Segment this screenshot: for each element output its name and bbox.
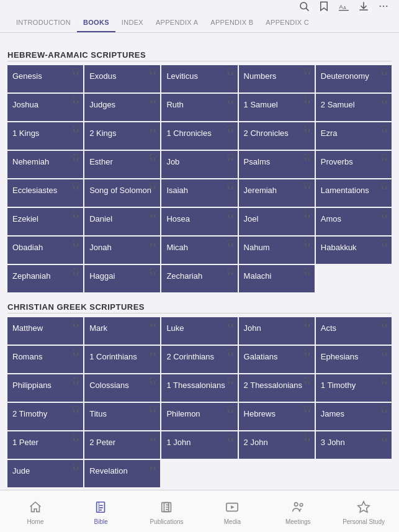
book-cell[interactable]: 🎧Judges [84, 94, 160, 121]
book-cell[interactable]: 🎧Acts [316, 317, 392, 345]
book-cell[interactable]: 🎧Nehemiah [7, 151, 83, 178]
book-cell[interactable]: 🎧Romans [7, 346, 83, 373]
book-cell[interactable]: 🎧Philippians [7, 374, 83, 402]
audio-icon: 🎧 [303, 268, 311, 275]
tab-books[interactable]: BOOKS [77, 14, 115, 32]
book-cell[interactable]: 🎧Jude [7, 460, 83, 487]
book-cell[interactable]: 🎧2 Samuel [316, 94, 392, 121]
book-cell[interactable]: 🎧Mark [84, 317, 160, 345]
book-cell[interactable]: 🎧Ruth [161, 94, 237, 121]
book-cell[interactable]: 🎧Psalms [239, 151, 315, 178]
nav-meetings[interactable]: Meetings [265, 495, 331, 528]
book-cell[interactable]: 🎧Ezra [316, 122, 392, 150]
book-cell[interactable]: 🎧Hebrews [239, 403, 315, 430]
book-cell[interactable]: 🎧Song of Solomon [84, 179, 160, 207]
book-cell[interactable]: 🎧Galatians [239, 346, 315, 373]
book-name: Zephaniah [12, 271, 78, 282]
bookmark-icon[interactable] [318, 1, 330, 15]
book-cell[interactable]: 🎧1 Kings [7, 122, 83, 150]
svg-text:A: A [343, 6, 346, 10]
book-cell[interactable]: 🎧Joel [239, 208, 315, 235]
book-cell[interactable]: 🎧Amos [316, 208, 392, 235]
book-cell[interactable]: 🎧Titus [84, 403, 160, 430]
audio-icon: 🎧 [303, 125, 311, 132]
book-cell[interactable]: 🎧1 Peter [7, 431, 83, 459]
book-cell[interactable]: 🎧2 Timothy [7, 403, 83, 430]
book-cell[interactable]: 🎧Numbers [239, 65, 315, 92]
book-cell[interactable]: 🎧2 Chronicles [239, 122, 315, 150]
book-cell[interactable]: 🎧Joshua [7, 94, 83, 121]
audio-icon: 🎧 [72, 349, 79, 356]
book-cell[interactable]: 🎧1 Thessalonians [161, 374, 237, 402]
nav-personal-study[interactable]: Personal Study [331, 495, 397, 528]
book-cell[interactable]: 🎧Lamentations [316, 179, 392, 207]
book-cell[interactable]: 🎧Zephaniah [7, 265, 83, 292]
book-cell[interactable]: 🎧1 Chronicles [161, 122, 237, 150]
book-cell[interactable]: 🎧1 Samuel [239, 94, 315, 121]
book-cell[interactable]: 🎧Deuteronomy [316, 65, 392, 92]
audio-icon: 🎧 [72, 463, 79, 470]
book-cell[interactable]: 🎧2 Thessalonians [239, 374, 315, 402]
book-cell[interactable]: 🎧3 John [316, 431, 392, 459]
book-cell[interactable]: 🎧Leviticus [161, 65, 237, 92]
book-cell[interactable]: 🎧Isaiah [161, 179, 237, 207]
book-cell[interactable]: 🎧Hosea [161, 208, 237, 235]
book-cell[interactable]: 🎧Ecclesiastes [7, 179, 83, 207]
book-cell[interactable]: 🎧2 Corinthians [161, 346, 237, 373]
book-cell[interactable]: 🎧Revelation [84, 460, 160, 487]
book-cell[interactable]: 🎧Micah [161, 237, 237, 264]
book-cell[interactable]: 🎧2 John [239, 431, 315, 459]
tab-appendix-c[interactable]: APPENDIX C [259, 14, 315, 32]
book-cell[interactable]: 🎧2 Kings [84, 122, 160, 150]
book-cell[interactable]: 🎧1 Corinthians [84, 346, 160, 373]
audio-icon: 🎧 [226, 68, 234, 75]
book-cell[interactable]: 🎧1 John [161, 431, 237, 459]
book-cell[interactable]: 🎧Ephesians [316, 346, 392, 373]
book-cell[interactable]: 🎧Job [161, 151, 237, 178]
book-cell[interactable]: 🎧Jeremiah [239, 179, 315, 207]
book-cell [316, 460, 392, 487]
book-cell[interactable]: 🎧Nahum [239, 237, 315, 264]
audio-icon: 🎧 [149, 68, 156, 75]
book-cell[interactable]: 🎧Haggai [84, 265, 160, 292]
more-icon[interactable] [378, 1, 389, 15]
nav-publications[interactable]: Publications [134, 495, 200, 528]
tab-index[interactable]: INDEX [115, 14, 150, 32]
section-header-greek: CHRISTIAN GREEK SCRIPTURES [7, 302, 392, 313]
book-cell[interactable]: 🎧Luke [161, 317, 237, 345]
audio-icon: 🎧 [72, 406, 79, 413]
book-cell[interactable]: 🎧Colossians [84, 374, 160, 402]
tab-appendix-a[interactable]: APPENDIX A [150, 14, 204, 32]
book-cell[interactable]: 🎧Ezekiel [7, 208, 83, 235]
book-cell[interactable]: 🎧Zechariah [161, 265, 237, 292]
nav-bible[interactable]: Bible [68, 495, 134, 528]
book-cell[interactable]: 🎧Esther [84, 151, 160, 178]
book-cell[interactable]: 🎧Malachi [239, 265, 315, 292]
book-name: 1 Samuel [244, 100, 310, 110]
greek-books-grid: 🎧Matthew🎧Mark🎧Luke🎧John🎧Acts🎧Romans🎧1 Co… [7, 317, 392, 487]
header-icons: A A [298, 1, 389, 15]
book-cell[interactable]: 🎧2 Peter [84, 431, 160, 459]
download-icon[interactable] [358, 1, 369, 15]
book-cell[interactable]: 🎧Habakkuk [316, 237, 392, 264]
book-cell[interactable]: 🎧Obadiah [7, 237, 83, 264]
audio-icon: 🎧 [226, 349, 234, 356]
book-cell[interactable]: 🎧Exodus [84, 65, 160, 92]
text-size-icon[interactable]: A A [338, 1, 349, 15]
book-cell[interactable]: 🎧Genesis [7, 65, 83, 92]
tab-appendix-b[interactable]: APPENDIX B [204, 14, 259, 32]
book-cell[interactable]: 🎧Jonah [84, 237, 160, 264]
book-cell[interactable]: 🎧John [239, 317, 315, 345]
tab-introduction[interactable]: INTRODUCTION [10, 14, 77, 32]
book-cell[interactable]: 🎧James [316, 403, 392, 430]
nav-home[interactable]: Home [2, 495, 68, 528]
book-cell[interactable]: 🎧Matthew [7, 317, 83, 345]
svg-point-13 [295, 502, 298, 506]
nav-media[interactable]: Media [199, 495, 265, 528]
book-name: 1 Kings [12, 128, 78, 139]
book-cell[interactable]: 🎧Proverbs [316, 151, 392, 178]
book-cell[interactable]: 🎧Daniel [84, 208, 160, 235]
search-icon[interactable] [298, 1, 310, 15]
book-cell[interactable]: 🎧Philemon [161, 403, 237, 430]
book-cell[interactable]: 🎧1 Timothy [316, 374, 392, 402]
